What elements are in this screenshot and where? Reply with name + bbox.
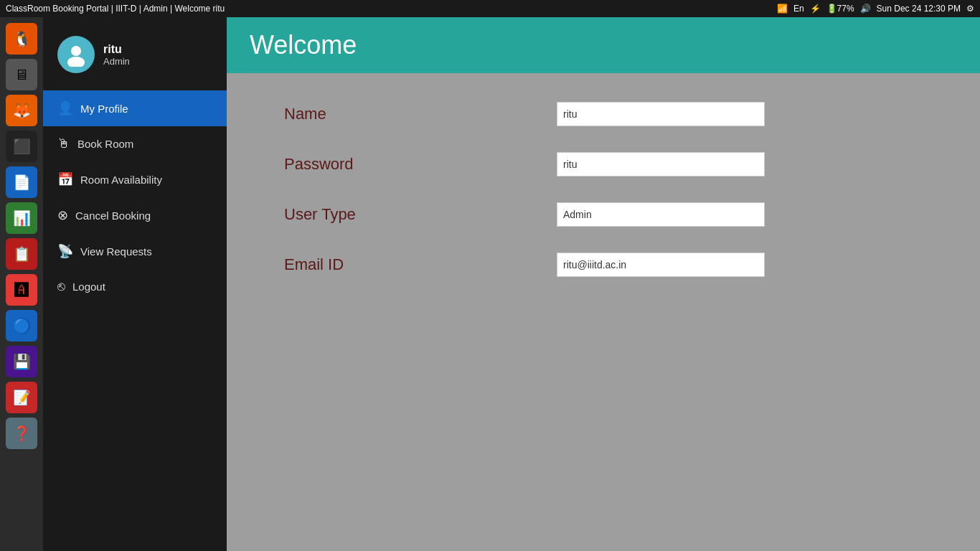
svg-point-0 [71, 46, 81, 56]
page-title: Welcome [250, 30, 957, 60]
topbar: ClassRoom Booking Portal | IIIT-D | Admi… [0, 0, 980, 17]
taskbar-icon-writer[interactable]: 📄 [6, 166, 37, 198]
sidebar-item-my-profile[interactable]: 👤 My Profile [43, 90, 227, 126]
calendar-icon: 📅 [57, 171, 73, 187]
keyboard-icon: En [793, 4, 804, 14]
taskbar-icon-linux[interactable]: 🐧 [6, 23, 37, 55]
taskbar-icon-firefox[interactable]: 🦊 [6, 95, 37, 126]
usertype-label: User Type [284, 205, 557, 224]
taskbar-icon-database[interactable]: 💾 [6, 346, 37, 377]
taskbar-icon-help[interactable]: ❓ [6, 418, 37, 449]
sidebar-item-cancel-booking[interactable]: ⊗ Cancel Booking [43, 197, 227, 233]
topbar-title: ClassRoom Booking Portal | IIIT-D | Admi… [6, 4, 225, 14]
taskbar-icon-texteditor[interactable]: 🅰 [6, 274, 37, 306]
sidebar-label-my-profile: My Profile [80, 103, 128, 115]
taskbar: 🐧 🖥 🦊 ⬛ 📄 📊 📋 🅰 🔵 💾 📝 ❓ [0, 17, 43, 551]
name-label: Name [284, 105, 557, 123]
password-input[interactable] [557, 152, 765, 176]
sidebar-nav: 👤 My Profile 🖱 Book Room 📅 Room Availabi… [43, 90, 227, 304]
taskbar-icon-terminal[interactable]: ⬛ [6, 131, 37, 162]
volume-icon: 🔊 [860, 4, 871, 14]
content-area: Welcome Name Password User Type Email ID [227, 17, 980, 551]
sidebar-item-room-availability[interactable]: 📅 Room Availability [43, 161, 227, 197]
email-input[interactable] [557, 253, 765, 277]
password-label: Password [284, 155, 557, 174]
sidebar-username: ritu [103, 43, 130, 56]
antenna-icon: 📡 [57, 243, 73, 259]
taskbar-icon-calc[interactable]: 📊 [6, 202, 37, 234]
content-header: Welcome [227, 17, 980, 73]
usertype-input[interactable] [557, 202, 765, 227]
sidebar-item-view-requests[interactable]: 📡 View Requests [43, 233, 227, 269]
sidebar-label-room-availability: Room Availability [80, 174, 162, 186]
email-label: Email ID [284, 255, 557, 274]
sidebar-role: Admin [103, 56, 130, 67]
name-input[interactable] [557, 102, 765, 126]
avatar [57, 36, 95, 73]
sidebar: ritu Admin 👤 My Profile 🖱 Book Room 📅 Ro… [43, 17, 227, 551]
cursor-icon: 🖱 [57, 136, 70, 151]
bluetooth-icon: ⚡ [810, 4, 821, 14]
sidebar-item-logout[interactable]: ⎋ Logout [43, 269, 227, 304]
profile-icon: 👤 [57, 100, 73, 116]
taskbar-icon-impress[interactable]: 📋 [6, 238, 37, 270]
form-row-name: Name [284, 102, 923, 126]
svg-point-1 [67, 57, 85, 67]
battery-status: 🔋77% [826, 4, 854, 14]
taskbar-icon-display[interactable]: 🖥 [6, 59, 37, 90]
logout-icon: ⎋ [57, 279, 65, 294]
sidebar-label-view-requests: View Requests [80, 245, 152, 258]
sidebar-label-book-room: Book Room [77, 138, 133, 150]
form-row-password: Password [284, 152, 923, 176]
settings-icon: ⚙ [966, 4, 974, 14]
main-layout: 🐧 🖥 🦊 ⬛ 📄 📊 📋 🅰 🔵 💾 📝 ❓ ritu Admin [0, 17, 980, 551]
cancel-icon: ⊗ [57, 207, 68, 223]
taskbar-icon-notes[interactable]: 📝 [6, 382, 37, 413]
wifi-icon: 📶 [777, 4, 788, 14]
form-row-usertype: User Type [284, 202, 923, 227]
clock: Sun Dec 24 12:30 PM [877, 4, 961, 14]
form-row-email: Email ID [284, 253, 923, 277]
sidebar-item-book-room[interactable]: 🖱 Book Room [43, 126, 227, 161]
sidebar-label-cancel-booking: Cancel Booking [75, 209, 151, 222]
sidebar-label-logout: Logout [72, 281, 105, 293]
taskbar-icon-chromium[interactable]: 🔵 [6, 310, 37, 342]
sidebar-user: ritu Admin [43, 24, 227, 90]
content-body: Name Password User Type Email ID [227, 73, 980, 551]
